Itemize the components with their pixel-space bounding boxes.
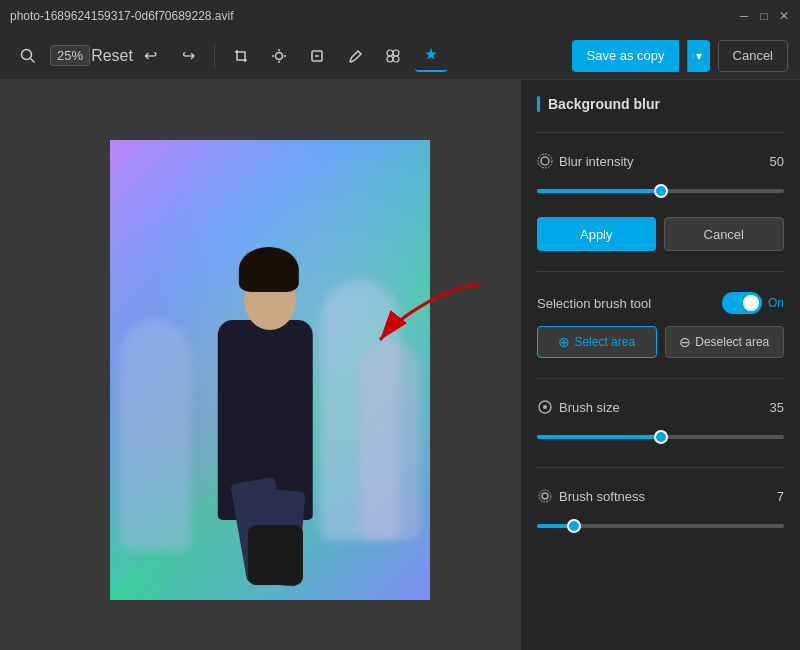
retouch-tool-button[interactable] (377, 40, 409, 72)
brush-tool-label: Selection brush tool (537, 296, 651, 311)
close-button[interactable]: ✕ (778, 10, 790, 22)
brush-softness-row: Brush softness 7 (537, 488, 784, 504)
section-divider-1 (537, 132, 784, 133)
svg-point-10 (393, 50, 399, 56)
toolbar: 25% Reset ↩ ↪ (0, 32, 800, 80)
blur-intensity-section: Blur intensity 50 (537, 153, 784, 201)
brightness-tool-button[interactable] (263, 40, 295, 72)
svg-point-14 (541, 157, 549, 165)
blur-intensity-row: Blur intensity 50 (537, 153, 784, 169)
minus-circle-icon: ⊖ (679, 334, 691, 350)
photo-background (110, 140, 430, 600)
brush-size-fill (537, 435, 661, 439)
blur-track (537, 189, 784, 193)
dropdown-icon: ▾ (696, 49, 702, 63)
main-content: Background blur Blur intensity 50 (0, 80, 800, 650)
panel-section-title: Background blur (537, 96, 784, 112)
toolbar-cancel-button[interactable]: Cancel (718, 40, 788, 72)
toolbar-separator (214, 44, 215, 68)
svg-point-12 (393, 56, 399, 62)
brush-softness-track (537, 524, 784, 528)
photo-container (110, 140, 430, 600)
brush-toggle-switch[interactable] (722, 292, 762, 314)
maximize-button[interactable]: □ (758, 10, 770, 22)
blur-thumb[interactable] (654, 184, 668, 198)
blur-intensity-label: Blur intensity (537, 153, 633, 169)
minimize-button[interactable]: ─ (738, 10, 750, 22)
pen-tool-button[interactable] (339, 40, 371, 72)
svg-point-2 (276, 52, 283, 59)
brush-section: Selection brush tool On ⊕ Select area ⊖ … (537, 292, 784, 358)
section-divider-3 (537, 378, 784, 379)
redo-button[interactable]: ↪ (172, 40, 204, 72)
cancel-action-button[interactable]: Cancel (664, 217, 785, 251)
markup-tool-button[interactable] (301, 40, 333, 72)
plus-circle-icon: ⊕ (558, 334, 570, 350)
toggle-container: On (722, 292, 784, 314)
undo-icon: ↩ (144, 46, 157, 65)
deselect-area-button[interactable]: ⊖ Deselect area (665, 326, 785, 358)
window-title: photo-1689624159317-0d6f70689228.avif (10, 9, 234, 23)
blur-icon (537, 153, 553, 169)
brush-softness-thumb[interactable] (567, 519, 581, 533)
brush-softness-label: Brush softness (537, 488, 645, 504)
brush-softness-icon (537, 488, 553, 504)
subject-bag (248, 525, 303, 585)
svg-point-17 (543, 405, 547, 409)
svg-line-1 (31, 58, 35, 62)
section-divider-2 (537, 271, 784, 272)
subject-hair (239, 247, 299, 292)
svg-point-18 (539, 490, 551, 502)
toggle-on-label: On (768, 296, 784, 310)
save-dropdown-button[interactable]: ▾ (687, 40, 710, 72)
title-bar: photo-1689624159317-0d6f70689228.avif ─ … (0, 0, 800, 32)
section-divider-4 (537, 467, 784, 468)
crop-tool-button[interactable] (225, 40, 257, 72)
brush-softness-section: Brush softness 7 (537, 488, 784, 536)
blur-fill (537, 189, 661, 193)
bg-person-right2 (360, 340, 420, 540)
window-controls: ─ □ ✕ (738, 10, 790, 22)
svg-point-0 (22, 49, 32, 59)
toolbar-right: Save as copy ▾ Cancel (572, 40, 788, 72)
zoom-value: 25% (50, 45, 90, 66)
zoom-icon-button[interactable] (12, 40, 44, 72)
undo-button[interactable]: ↩ (134, 40, 166, 72)
effects-tool-button[interactable] (415, 40, 447, 72)
svg-point-15 (538, 154, 552, 168)
svg-point-19 (542, 493, 548, 499)
blur-intensity-slider[interactable] (537, 181, 784, 201)
select-area-button[interactable]: ⊕ Select area (537, 326, 657, 358)
redo-icon: ↪ (182, 46, 195, 65)
svg-point-11 (387, 56, 393, 62)
brush-size-value: 35 (770, 400, 784, 415)
blur-intensity-value: 50 (770, 154, 784, 169)
bg-person-left (120, 320, 190, 550)
action-buttons: Apply Cancel (537, 217, 784, 251)
reset-button[interactable]: Reset (96, 40, 128, 72)
brush-size-track (537, 435, 784, 439)
canvas-area (0, 80, 520, 650)
brush-size-section: Brush size 35 (537, 399, 784, 447)
select-buttons: ⊕ Select area ⊖ Deselect area (537, 326, 784, 358)
brush-tool-toggle-row: Selection brush tool On (537, 292, 784, 314)
brush-size-label: Brush size (537, 399, 620, 415)
brush-size-row: Brush size 35 (537, 399, 784, 415)
save-as-copy-button[interactable]: Save as copy (572, 40, 678, 72)
brush-size-icon (537, 399, 553, 415)
brush-size-slider[interactable] (537, 427, 784, 447)
svg-point-9 (387, 50, 393, 56)
brush-softness-value: 7 (777, 489, 784, 504)
apply-button[interactable]: Apply (537, 217, 656, 251)
brush-size-thumb[interactable] (654, 430, 668, 444)
side-panel: Background blur Blur intensity 50 (520, 80, 800, 650)
toolbar-left: 25% Reset ↩ ↪ (12, 40, 566, 72)
brush-softness-slider[interactable] (537, 516, 784, 536)
